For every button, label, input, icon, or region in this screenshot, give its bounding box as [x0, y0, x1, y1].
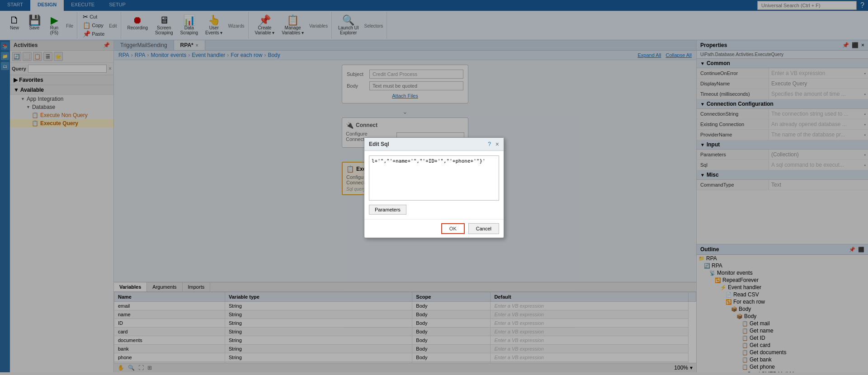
- cancel-button[interactable]: Cancel: [468, 223, 499, 234]
- modal-help-icon[interactable]: ?: [488, 141, 491, 147]
- modal-header: Edit Sql ? ×: [364, 138, 504, 151]
- modal-params-row: Parameters: [369, 205, 499, 215]
- parameters-button[interactable]: Parameters: [369, 205, 406, 215]
- modal-title: Edit Sql: [369, 141, 389, 147]
- modal-overlay[interactable]: Edit Sql ? × l+'","'+name+'","'+ID+'","'…: [0, 0, 868, 375]
- modal-footer: OK Cancel: [364, 219, 504, 238]
- ok-button[interactable]: OK: [441, 223, 465, 234]
- sql-textarea[interactable]: l+'","'+name+'","'+ID+'","'+phone+'"}': [369, 155, 499, 201]
- modal-body: l+'","'+name+'","'+ID+'","'+phone+'"}' P…: [364, 151, 504, 219]
- modal-close-button[interactable]: ×: [495, 141, 499, 148]
- edit-sql-modal: Edit Sql ? × l+'","'+name+'","'+ID+'","'…: [364, 137, 504, 238]
- modal-header-icons: ? ×: [488, 141, 499, 148]
